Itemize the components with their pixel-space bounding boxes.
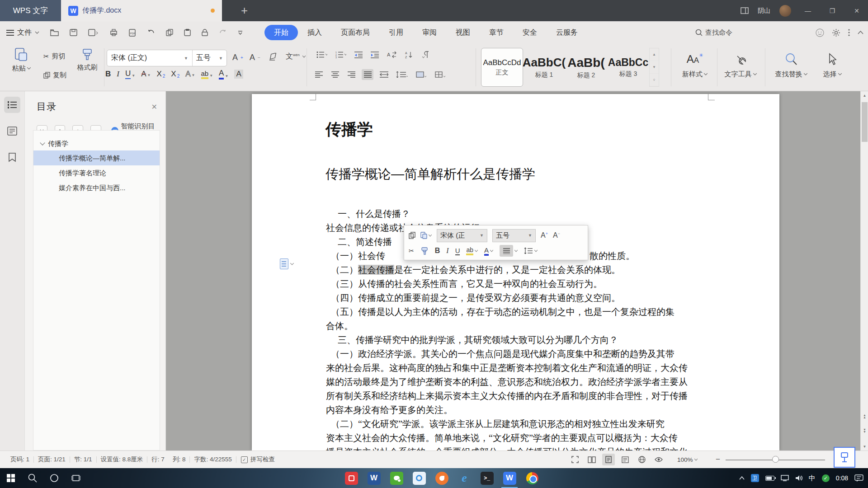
tab-view[interactable]: 视图 [446,25,480,40]
select-button[interactable]: 选择 [816,50,848,79]
find-replace-button[interactable]: 查找替换 [769,50,814,79]
doc-line[interactable]: （三）从传播的社会关系性而言，它又是一种双向的社会互动行为。 [326,277,708,291]
borders-button[interactable] [433,69,448,80]
avatar[interactable] [779,5,791,17]
taskbar-search-button[interactable] [22,468,43,488]
fullscreen-view-icon[interactable] [569,454,581,465]
styles-scroll-up[interactable]: ▲ [650,48,659,61]
mini-grow-font-button[interactable]: A+ [541,231,548,239]
font-color-button[interactable]: A▼ [219,69,228,80]
mini-justify-button[interactable] [500,245,518,257]
eye-protect-icon[interactable] [652,454,665,465]
hidden-icons-chevron[interactable] [739,476,745,480]
app-button[interactable]: WPS 文字 [0,0,61,21]
volume-icon[interactable] [795,475,802,481]
justify-button[interactable] [362,69,373,80]
save-icon[interactable] [70,29,77,36]
mini-line-spacing-button[interactable] [524,248,538,254]
outline-root[interactable]: 传播学 [33,137,160,150]
customize-toolbar-icon[interactable] [238,31,243,35]
doc-line[interactable]: （二）“文化研究”学派。该学派主张从上层建筑和意识形态的相对独立性出发来研究 [326,417,708,431]
copy-button[interactable]: 复制 [43,71,66,80]
doc-line[interactable]: 内容本身没有给予更多的关注。 [326,403,708,417]
style-heading1[interactable]: AaBbC( 标题 1 [523,48,565,87]
cut-button[interactable]: ✂剪切 [43,52,66,61]
bookmark-panel-toggle[interactable] [4,149,20,165]
shrink-font-button[interactable]: A− [250,53,260,62]
tray-security-icon[interactable]: 卫 [751,474,759,482]
tab-home[interactable]: 开始 [264,25,298,40]
doc-line[interactable]: 资本主义社会的大众传播。简单地来说，“文化研究”学者的主要观点可以概括为：大众传 [326,431,708,445]
app-icon-dark[interactable]: >_ [476,468,498,488]
text-effects-button[interactable]: A▼ [185,70,195,79]
mini-font-size-combobox[interactable]: 五号▼ [492,229,536,242]
tab-security[interactable]: 安全 [513,25,547,40]
outline-item-1[interactable]: 传播学概论—简单解... [33,150,160,165]
copy-icon[interactable] [409,232,415,239]
task-view-button[interactable] [65,468,87,488]
next-page-button[interactable]: ▼▼ [861,424,868,437]
app-icon-wps[interactable]: W [498,468,521,488]
user-name[interactable]: 阴山 [758,7,770,15]
selected-text[interactable]: 社会传播 [358,265,394,275]
save-as-icon[interactable] [88,29,99,36]
superscript-button[interactable]: X2 [156,70,165,79]
app-icon-wechat[interactable] [385,468,408,488]
scroll-up-arrow[interactable]: ▲ [861,91,868,99]
scroll-down-arrow[interactable]: ▼ [861,442,868,450]
mini-underline-button[interactable]: U [455,247,460,255]
minimize-button[interactable]: — [800,7,816,14]
style-normal[interactable]: AaBbCcDd 正文 [481,48,523,87]
bullet-list-button[interactable] [316,51,327,58]
mini-italic-button[interactable]: I [446,247,448,255]
mini-highlight-button[interactable]: ab [466,246,478,255]
tab-page-layout[interactable]: 页面布局 [331,25,379,40]
maximize-button[interactable]: ❐ [825,7,840,14]
settings-gear-icon[interactable] [832,28,840,37]
style-heading3[interactable]: AaBbCc 标题 3 [607,48,649,87]
outline-view-icon[interactable] [619,454,632,465]
increase-indent-button[interactable] [371,51,379,58]
app-icon-chrome[interactable] [521,468,543,488]
feedback-smiley-icon[interactable] [816,28,824,37]
word-count-status[interactable]: 字数: 4/22555 [190,455,236,464]
font-size-combobox[interactable]: 五号 ▼ [193,50,226,66]
network-icon[interactable] [781,475,789,481]
document-tab[interactable]: W 传播学.docx [61,0,222,21]
two-page-view-icon[interactable] [585,454,598,465]
copy-icon[interactable] [166,29,173,36]
scrollbar-thumb[interactable] [862,102,868,142]
ime-indicator[interactable]: 中 [809,474,816,483]
highlight-color-button[interactable]: ab▼ [201,70,213,79]
redo-icon[interactable] [219,29,227,36]
previous-page-button[interactable]: ▲▲ [861,410,868,422]
tab-review[interactable]: 审阅 [413,25,446,40]
spellcheck-button[interactable]: ✓ 拼写检查 [236,455,279,464]
zoom-percent[interactable]: 100% [677,456,698,463]
outline-panel-toggle[interactable] [4,97,20,113]
doc-line[interactable]: 三、传播学研究中的批判学派，其研究领域大致可以分为哪几个方向？ [326,333,708,347]
doc-title-heading[interactable]: 传播学 [326,119,373,140]
print-icon[interactable] [110,29,118,36]
styles-scroll-down[interactable]: ▼ [650,61,659,74]
open-icon[interactable] [50,29,59,36]
align-center-button[interactable] [329,69,341,80]
antivirus-check-icon[interactable]: ✓ [822,474,830,482]
doc-line[interactable]: 合体。 [326,319,708,333]
web-view-icon[interactable] [636,454,648,465]
app-icon-lightblue[interactable] [408,468,430,488]
more-options-kebab-icon[interactable] [848,29,850,36]
undo-icon[interactable] [147,29,155,36]
close-sidebar-icon[interactable]: ✕ [151,103,157,111]
mini-shrink-font-button[interactable]: A− [553,231,560,239]
grow-font-button[interactable]: A+ [232,53,243,62]
doc-line[interactable]: （五）传播是以人为主体的活动，存在于动态的运动机制之中，也是一个复杂过程的集 [326,305,708,319]
new-style-button[interactable]: AA✳ 新样式 [675,50,714,79]
font-family-combobox[interactable]: 宋体 (正文) ▼ [107,50,193,66]
doc-line[interactable]: （二）社会传播是在一定社会关系中进行的，又是一定社会关系的体现。 [326,263,708,277]
subscript-button[interactable]: X2 [171,70,179,79]
paste-button[interactable]: 粘贴 [7,47,35,73]
find-command-search[interactable]: 查找命令 [695,28,732,37]
best-fit-pin-button[interactable] [834,447,855,468]
paragraph-layout-tool[interactable] [280,258,294,269]
